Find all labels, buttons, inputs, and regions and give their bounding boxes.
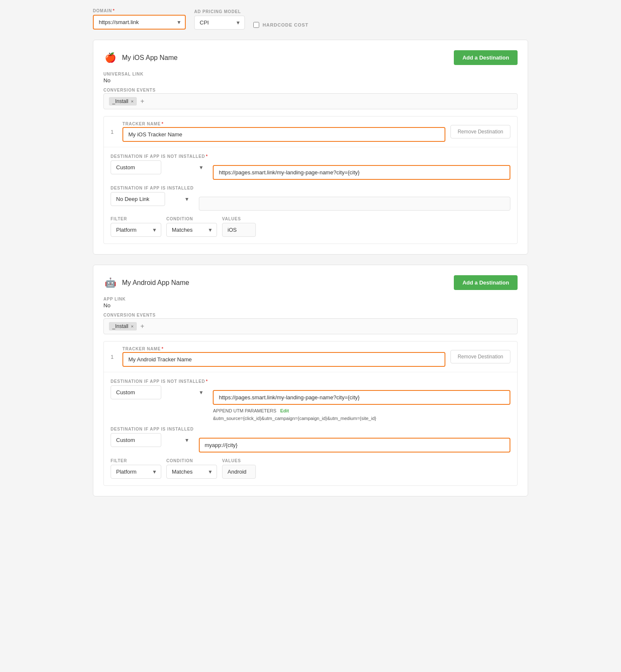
android-dest-installed-group: DESTINATION IF APP IS INSTALLED Custom ▼	[111, 427, 194, 447]
ios-dest-not-installed-select-wrapper[interactable]: Custom ▼	[111, 160, 208, 174]
ad-pricing-select-wrapper[interactable]: CPI ▼	[194, 16, 245, 30]
android-app-link-value: No	[103, 302, 518, 309]
ios-tracker-name-input[interactable]	[122, 127, 445, 142]
ios-dest-installed-url-input[interactable]	[199, 197, 510, 211]
android-add-tag-button[interactable]: +	[140, 323, 144, 330]
ios-conversion-events-area: _Install × +	[103, 93, 518, 109]
ios-filter-select-wrapper[interactable]: Platform ▼	[111, 223, 161, 237]
android-condition-group: CONDITION Matches ▼	[166, 458, 217, 479]
ad-pricing-label: AD PRICING MODEL	[194, 9, 245, 14]
ios-dest-not-installed-row: DESTINATION IF APP IS NOT INSTALLED* Cus…	[111, 154, 510, 180]
android-tracker-name-input[interactable]	[122, 352, 445, 367]
android-app-link-label: APP LINK	[103, 297, 518, 301]
android-tag-install-close[interactable]: ×	[131, 324, 133, 329]
ios-tracker-name-group: TRACKER NAME*	[122, 122, 445, 142]
ios-dest-installed-row: DESTINATION IF APP IS INSTALLED No Deep …	[111, 186, 510, 211]
android-dest-not-installed-url-input[interactable]	[213, 390, 510, 405]
android-append-utm-edit-link[interactable]: Edit	[280, 408, 289, 413]
android-dest-installed-select-wrapper[interactable]: Custom ▼	[111, 433, 194, 447]
ios-values-label: VALUES	[222, 217, 256, 221]
ios-destination-body: DESTINATION IF APP IS NOT INSTALLED* Cus…	[104, 147, 517, 244]
android-dest-not-installed-group: DESTINATION IF APP IS NOT INSTALLED* Cus…	[111, 379, 208, 399]
android-dest-not-installed-select-wrapper[interactable]: Custom ▼	[111, 385, 208, 399]
android-destination-body: DESTINATION IF APP IS NOT INSTALLED* Cus…	[104, 372, 517, 485]
android-append-utm-row: APPEND UTM PARAMETERS Edit	[213, 408, 510, 413]
domain-label: DOMAIN*	[93, 8, 186, 13]
ios-dest-installed-label: DESTINATION IF APP IS INSTALLED	[111, 186, 194, 190]
ios-dest-installed-chevron-icon: ▼	[184, 196, 190, 202]
ios-destination-block: 1 TRACKER NAME* Remove Destination DESTI…	[103, 116, 518, 244]
ios-filter-select[interactable]: Platform	[111, 223, 161, 237]
ios-app-header: 🍎 My iOS App Name Add a Destination	[103, 50, 518, 65]
domain-select[interactable]: https://smart.link	[93, 15, 186, 30]
ios-universal-link-row: UNIVERSAL LINK No	[103, 72, 518, 84]
ios-filter-group: FILTER Platform ▼	[111, 217, 161, 237]
android-destination-num: 1	[111, 354, 117, 360]
android-condition-select-wrapper[interactable]: Matches ▼	[166, 465, 217, 479]
android-dest-installed-select[interactable]: Custom	[111, 433, 161, 447]
android-dest-installed-url-input[interactable]	[199, 438, 510, 453]
ios-dest-installed-select[interactable]: No Deep Link	[111, 192, 165, 206]
ios-destination-num: 1	[111, 129, 117, 135]
android-filter-select[interactable]: Platform	[111, 465, 161, 479]
page-wrapper: DOMAIN* https://smart.link ▼ AD PRICING …	[84, 0, 537, 515]
android-condition-select[interactable]: Matches	[166, 465, 217, 479]
ios-universal-link-label: UNIVERSAL LINK	[103, 72, 518, 76]
android-dest-installed-url-group	[199, 427, 510, 453]
ios-conversion-events-label: CONVERSION EVENTS	[103, 88, 518, 92]
hardcode-cost-checkbox[interactable]	[253, 22, 259, 28]
ios-values-value: iOS	[222, 223, 256, 237]
android-conversion-events-row: CONVERSION EVENTS _Install × +	[103, 313, 518, 334]
ios-universal-link-value: No	[103, 77, 518, 84]
ios-title-row: 🍎 My iOS App Name	[103, 51, 178, 65]
ios-add-tag-button[interactable]: +	[140, 98, 144, 105]
ios-app-name: My iOS App Name	[122, 54, 178, 62]
ios-dest-installed-group: DESTINATION IF APP IS INSTALLED No Deep …	[111, 186, 194, 206]
android-app-header: 🤖 My Android App Name Add a Destination	[103, 275, 518, 290]
ios-condition-label: CONDITION	[166, 217, 217, 221]
android-tag-install: _Install ×	[109, 322, 137, 331]
ad-pricing-select[interactable]: CPI	[194, 16, 245, 30]
ios-dest-installed-url-group	[199, 186, 510, 211]
ios-condition-select-wrapper[interactable]: Matches ▼	[166, 223, 217, 237]
ios-condition-select[interactable]: Matches	[166, 223, 217, 237]
ios-filter-label: FILTER	[111, 217, 161, 221]
ios-dest-not-installed-url-input[interactable]	[213, 165, 510, 180]
ios-section: 🍎 My iOS App Name Add a Destination UNIV…	[93, 40, 528, 255]
android-tracker-name-group: TRACKER NAME*	[122, 347, 445, 367]
ios-destination-header: 1 TRACKER NAME* Remove Destination	[104, 117, 517, 147]
hardcode-cost-label: HARDCODE COST	[263, 22, 309, 27]
ios-condition-group: CONDITION Matches ▼	[166, 217, 217, 237]
android-filter-select-wrapper[interactable]: Platform ▼	[111, 465, 161, 479]
android-filter-label: FILTER	[111, 458, 161, 463]
android-app-link-row: APP LINK No	[103, 297, 518, 309]
android-add-destination-button[interactable]: Add a Destination	[454, 275, 518, 290]
android-conversion-events-area: _Install × +	[103, 318, 518, 334]
ios-dest-not-installed-label: DESTINATION IF APP IS NOT INSTALLED*	[111, 154, 208, 159]
ios-remove-destination-button[interactable]: Remove Destination	[450, 125, 510, 138]
ios-dest-not-installed-select[interactable]: Custom	[111, 160, 161, 174]
android-remove-destination-button[interactable]: Remove Destination	[450, 350, 510, 363]
ios-tag-install: _Install ×	[109, 97, 137, 106]
android-dest-installed-row: DESTINATION IF APP IS INSTALLED Custom ▼	[111, 427, 510, 453]
top-bar: DOMAIN* https://smart.link ▼ AD PRICING …	[93, 8, 528, 30]
ios-dest-installed-select-wrapper[interactable]: No Deep Link ▼	[111, 192, 194, 206]
ios-values-group: VALUES iOS	[222, 217, 256, 237]
ios-tracker-label: TRACKER NAME*	[122, 122, 445, 126]
android-append-utm-label: APPEND UTM PARAMETERS	[213, 408, 276, 413]
android-dest-installed-chevron-icon: ▼	[184, 437, 190, 443]
android-tag-install-text: _Install	[112, 323, 128, 329]
android-section: 🤖 My Android App Name Add a Destination …	[93, 265, 528, 496]
android-condition-label: CONDITION	[166, 458, 217, 463]
domain-select-wrapper[interactable]: https://smart.link ▼	[93, 15, 186, 30]
android-app-icon: 🤖	[103, 276, 117, 290]
ios-tag-install-close[interactable]: ×	[131, 99, 133, 104]
ios-dest-not-installed-group: DESTINATION IF APP IS NOT INSTALLED* Cus…	[111, 154, 208, 174]
ios-add-destination-button[interactable]: Add a Destination	[454, 50, 518, 65]
android-dest-not-installed-chevron-icon: ▼	[199, 390, 204, 396]
android-conversion-events-label: CONVERSION EVENTS	[103, 313, 518, 317]
android-dest-not-installed-select[interactable]: Custom	[111, 385, 161, 399]
ios-dest-not-installed-url-group	[213, 154, 510, 180]
android-dest-installed-label: DESTINATION IF APP IS INSTALLED	[111, 427, 194, 431]
android-title-row: 🤖 My Android App Name	[103, 276, 189, 290]
